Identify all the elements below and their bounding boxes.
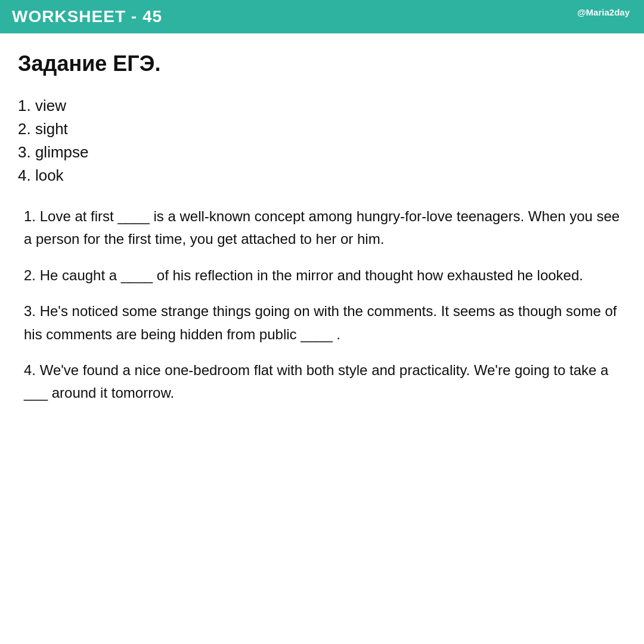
page: WORKSHEET - 45 @Maria2day Задание ЕГЭ. 1… (0, 0, 644, 644)
exercise-2-number: 2. (24, 267, 36, 283)
list-item: 4. look (18, 164, 626, 187)
exercise-1: 1. Love at first ____ is a well-known co… (18, 205, 626, 251)
word-list: 1. view 2. sight 3. glimpse 4. look (18, 94, 626, 187)
header-bar: WORKSHEET - 45 (0, 0, 644, 33)
list-item: 1. view (18, 94, 626, 117)
worksheet-title: WORKSHEET - 45 (12, 7, 162, 26)
exercise-3-number: 3. (24, 303, 36, 319)
list-item: 3. glimpse (18, 141, 626, 164)
list-item: 2. sight (18, 117, 626, 141)
exercise-3: 3. He's noticed some strange things goin… (18, 300, 626, 346)
exercise-2: 2. He caught a ____ of his reflection in… (18, 264, 626, 287)
exercises: 1. Love at first ____ is a well-known co… (18, 205, 626, 405)
watermark-text: @Maria2day (572, 5, 634, 20)
exercise-1-text: 1. (24, 208, 36, 224)
exercise-4: 4. We've found a nice one-bedroom flat w… (18, 359, 626, 405)
main-content: Задание ЕГЭ. 1. view 2. sight 3. glimpse… (0, 33, 644, 430)
section-title: Задание ЕГЭ. (18, 51, 626, 76)
watermark-container: @Maria2day (572, 5, 634, 20)
exercise-4-number: 4. (24, 362, 36, 378)
